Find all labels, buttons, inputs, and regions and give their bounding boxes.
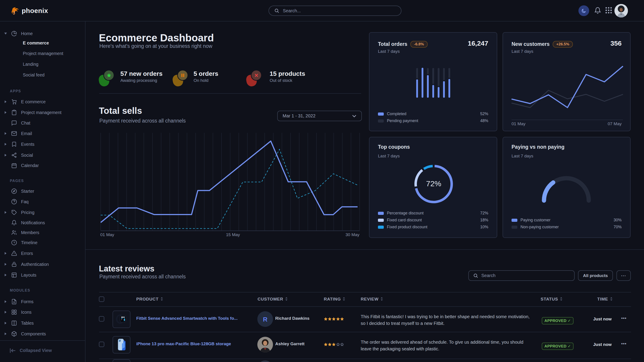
svg-text:R: R bbox=[263, 316, 268, 323]
